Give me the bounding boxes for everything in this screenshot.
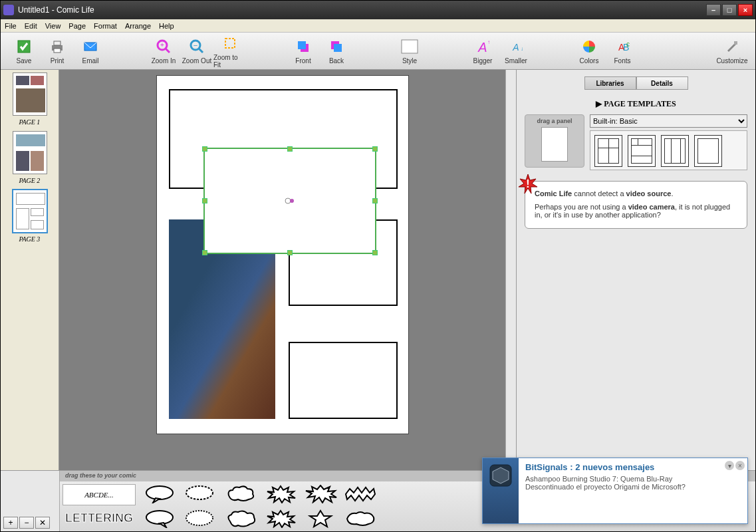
menu-edit[interactable]: Edit [25, 22, 37, 30]
email-button[interactable]: Email [74, 37, 107, 65]
svg-marker-38 [310, 511, 331, 527]
svg-text:A: A [512, 42, 519, 53]
right-panel: Libraries Details ▶ PAGE TEMPLATES drag … [516, 70, 755, 470]
svg-rect-3 [54, 49, 61, 53]
front-icon [294, 37, 313, 56]
save-icon [15, 37, 33, 56]
smaller-icon: A↓ [507, 37, 525, 56]
page-label-1: PAGE 1 [3, 118, 56, 126]
burst-bubble[interactable] [262, 484, 299, 504]
notification-line-1: Ashampoo Burning Studio 7: Quema Blu-Ray [525, 475, 741, 483]
alert-icon: ! [517, 174, 539, 195]
burst-bubble-2[interactable] [262, 509, 299, 529]
panel-bottom-right[interactable] [289, 342, 398, 419]
template-select[interactable]: Built-in: Basic [590, 114, 747, 128]
bigger-button[interactable]: A↑Bigger [466, 37, 499, 65]
remove-page-button[interactable]: − [19, 517, 34, 529]
thought-bubble[interactable] [182, 484, 219, 504]
notification-popup[interactable]: BitSignals : 2 nuevos mensajes Ashampoo … [482, 458, 748, 524]
page-thumbnails: PAGE 1 PAGE 2 PAGE 3 [1, 70, 59, 470]
page-label-2: PAGE 2 [3, 177, 56, 184]
fonts-icon: ABc [613, 37, 632, 56]
template-thumb[interactable] [628, 135, 656, 167]
style-button[interactable]: Style [393, 37, 426, 65]
maximize-button[interactable]: □ [722, 4, 737, 16]
fonts-button[interactable]: ABcFonts [606, 37, 639, 65]
svg-line-6 [166, 49, 170, 53]
zoom-in-button[interactable]: +Zoom In [147, 37, 180, 65]
svg-line-9 [199, 49, 203, 53]
colors-icon [580, 37, 598, 56]
notification-minimize[interactable]: ▾ [725, 461, 734, 470]
vertical-scrollbar[interactable] [505, 70, 516, 470]
spiky-bubble[interactable] [302, 484, 339, 504]
svg-marker-32 [267, 486, 295, 503]
selected-panel[interactable] [203, 148, 376, 254]
template-thumb[interactable] [661, 135, 689, 167]
page-thumb-3[interactable] [13, 190, 47, 233]
svg-rect-25 [734, 41, 737, 45]
zoom-fit-button[interactable]: Zoom to Fit [213, 34, 247, 68]
svg-marker-34 [346, 487, 375, 501]
svg-rect-13 [298, 41, 306, 49]
style-icon [400, 37, 419, 56]
menu-file[interactable]: File [5, 22, 17, 30]
app-icon [3, 5, 14, 15]
page-thumb-1[interactable] [13, 72, 47, 116]
colors-button[interactable]: Colors [572, 37, 606, 65]
minimize-button[interactable]: – [706, 4, 721, 16]
menubar: File Edit View Page Format Arrange Help [1, 19, 755, 33]
template-thumb[interactable] [594, 135, 622, 167]
canvas-area[interactable] [59, 70, 505, 470]
menu-format[interactable]: Format [94, 22, 117, 30]
menu-arrange[interactable]: Arrange [125, 22, 151, 30]
menu-page[interactable]: Page [68, 22, 86, 30]
svg-text:–: – [193, 41, 197, 49]
notification-close[interactable]: × [735, 461, 745, 470]
back-icon [327, 37, 346, 56]
menu-help[interactable]: Help [159, 22, 174, 30]
tab-details[interactable]: Details [636, 76, 688, 90]
svg-rect-2 [54, 41, 61, 45]
template-thumb[interactable] [694, 135, 722, 167]
cloud-bubble-2[interactable] [222, 509, 259, 529]
close-button[interactable]: × [738, 4, 753, 16]
notification-line-2: Descontinuado el proyecto Origami de Mic… [525, 483, 741, 491]
lettering-element[interactable]: LETTERING [63, 507, 136, 529]
svg-point-31 [186, 486, 213, 499]
smaller-button[interactable]: A↓Smaller [499, 37, 533, 65]
svg-point-35 [146, 511, 173, 524]
add-page-button[interactable]: + [3, 517, 18, 529]
front-button[interactable]: Front [287, 37, 320, 65]
back-button[interactable]: Back [320, 37, 353, 65]
speech-bubble-oval[interactable] [142, 484, 180, 504]
zoom-out-button[interactable]: –Zoom Out [180, 37, 213, 65]
template-grid[interactable] [590, 130, 747, 170]
app-window: Untitled1 - Comic Life – □ × File Edit V… [0, 0, 756, 532]
notification-title: BitSignals : 2 nuevos mensajes [525, 462, 741, 472]
drag-panel-box[interactable]: drag a panel [525, 114, 584, 168]
svg-rect-16 [402, 40, 418, 53]
customize-button[interactable]: Customize [715, 37, 749, 65]
speech-bubble-2[interactable] [142, 509, 180, 529]
page-settings-button[interactable]: ✕ [35, 517, 50, 529]
titlebar[interactable]: Untitled1 - Comic Life – □ × [1, 1, 755, 19]
blank-panel-icon [541, 127, 568, 162]
print-button[interactable]: Print [41, 37, 74, 65]
page-thumb-2[interactable] [13, 131, 47, 174]
tab-libraries[interactable]: Libraries [584, 76, 636, 90]
rough-bubble[interactable] [342, 509, 379, 529]
cloud-bubble[interactable] [222, 484, 259, 504]
zoom-fit-icon [221, 34, 239, 53]
star-bubble[interactable] [302, 509, 339, 529]
jagged-bubble[interactable] [342, 484, 379, 504]
window-title: Untitled1 - Comic Life [18, 5, 706, 15]
save-button[interactable]: Save [7, 37, 41, 65]
whisper-bubble[interactable] [182, 509, 219, 529]
menu-view[interactable]: View [45, 22, 61, 30]
svg-text:+: + [160, 41, 164, 49]
svg-rect-11 [225, 39, 235, 48]
text-element[interactable]: ABCDE... [63, 484, 136, 505]
svg-text:A: A [477, 40, 487, 55]
comic-page[interactable] [156, 75, 409, 434]
